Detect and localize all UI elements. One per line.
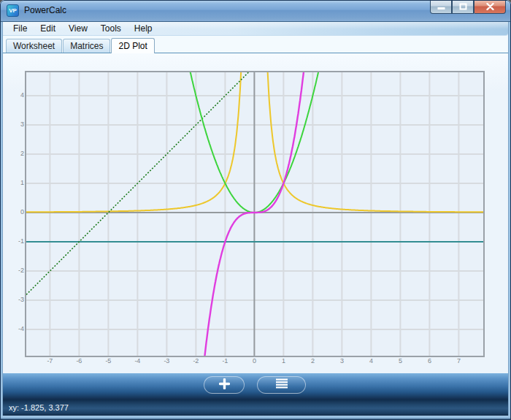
x-tick-label: -6	[70, 357, 88, 364]
plot-list-button[interactable]	[257, 376, 306, 394]
x-tick-label: -3	[158, 357, 175, 364]
x-tick-label: -2	[187, 357, 204, 364]
app-window: 43210-1-2-3-4 -7-6-5-4-3-2-101234567 x	[0, 0, 511, 420]
x-tick-label: 6	[420, 357, 438, 364]
y-tick-label: -2	[4, 267, 24, 274]
y-tick-label: -3	[4, 296, 24, 303]
y-tick-label: 1	[4, 179, 24, 186]
x-tick-label: 1	[274, 357, 292, 364]
window-title: PowerCalc	[24, 0, 66, 22]
y-tick-label: -4	[4, 325, 24, 332]
x-tick-label: 4	[362, 357, 380, 364]
plus-icon	[219, 378, 230, 392]
tab-matrices[interactable]: Matrices	[63, 39, 110, 53]
tab-worksheet[interactable]: Worksheet	[6, 39, 62, 53]
menu-help[interactable]: Help	[128, 22, 159, 36]
minimize-icon	[437, 0, 445, 13]
menu-view[interactable]: View	[62, 22, 94, 36]
y-tick-label: -1	[4, 237, 24, 245]
app-icon: VP	[7, 4, 19, 17]
status-bar: xy: -1.825, 3.377	[3, 400, 508, 416]
add-plot-button[interactable]	[204, 376, 245, 394]
y-tick-label: 0	[4, 208, 24, 215]
x-tick-label: -7	[41, 357, 58, 364]
maximize-icon	[459, 0, 467, 13]
minimize-button[interactable]	[430, 0, 452, 14]
tab-2d-plot[interactable]: 2D Plot	[111, 38, 154, 53]
plot-frame	[25, 71, 485, 357]
menu-bar: File Edit View Tools Help	[3, 22, 508, 36]
x-tick-label: -5	[99, 357, 117, 364]
x-tick-label: 7	[450, 357, 467, 364]
tab-strip: Worksheet Matrices 2D Plot	[3, 36, 508, 53]
y-tick-label: 2	[4, 150, 24, 157]
window-border-bottom	[0, 416, 511, 420]
close-icon	[486, 0, 494, 13]
y-tick-label: 4	[4, 91, 24, 99]
plot-toolbar	[3, 373, 508, 400]
x-tick-label: -1	[216, 357, 234, 364]
window-border-left	[0, 22, 3, 420]
y-tick-label: 3	[4, 121, 24, 128]
window-border-right	[508, 22, 511, 420]
plot-svg[interactable]	[26, 72, 483, 356]
menu-file[interactable]: File	[7, 22, 34, 36]
x-axis-labels: -7-6-5-4-3-2-101234567	[26, 357, 483, 366]
close-button[interactable]	[474, 0, 506, 14]
cursor-coordinates: xy: -1.825, 3.377	[9, 403, 69, 412]
x-tick-label: 0	[245, 357, 263, 364]
window-controls	[430, 0, 506, 14]
list-icon	[275, 378, 288, 392]
y-axis-labels: 43210-1-2-3-4	[4, 72, 24, 356]
maximize-button[interactable]	[452, 0, 474, 14]
menu-edit[interactable]: Edit	[34, 22, 62, 36]
x-tick-label: -4	[128, 357, 146, 364]
x-tick-label: 2	[304, 357, 321, 364]
x-tick-label: 3	[333, 357, 350, 364]
x-tick-label: 5	[391, 357, 409, 364]
menu-tools[interactable]: Tools	[94, 22, 128, 36]
